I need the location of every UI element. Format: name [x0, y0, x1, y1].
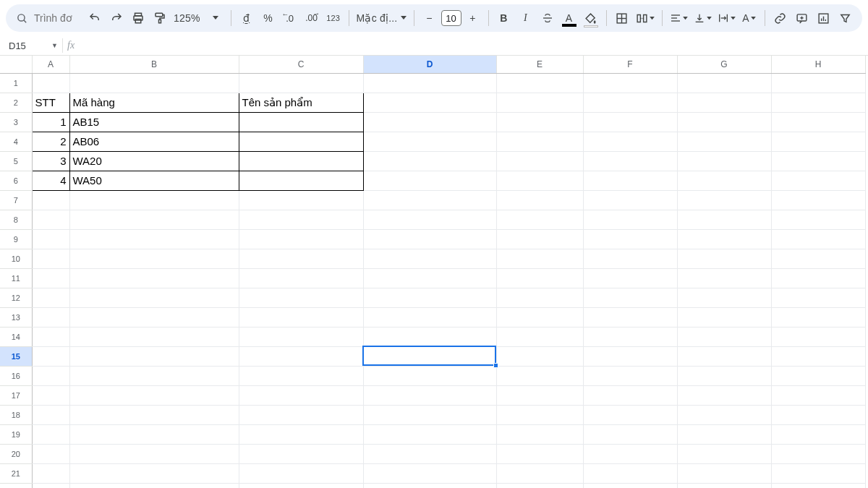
create-filter-button[interactable]	[835, 8, 856, 28]
cell-A15[interactable]	[32, 346, 69, 366]
cell-F12[interactable]	[583, 288, 677, 307]
cell-E1[interactable]	[496, 73, 583, 93]
cell-D21[interactable]	[363, 463, 496, 483]
cell-E4[interactable]	[496, 132, 583, 151]
cell-E3[interactable]	[496, 112, 583, 132]
cell-D3[interactable]	[363, 112, 496, 132]
cell-A13[interactable]	[32, 307, 69, 327]
redo-button[interactable]	[106, 8, 127, 28]
cell-G18[interactable]	[677, 405, 771, 424]
cell-G7[interactable]	[677, 190, 771, 210]
cell-D4[interactable]	[363, 132, 496, 151]
cell-G19[interactable]	[677, 424, 771, 444]
row-header-15[interactable]: 15	[0, 346, 32, 366]
cell-F19[interactable]	[583, 424, 677, 444]
cell-G14[interactable]	[677, 327, 771, 346]
cell-B10[interactable]	[69, 249, 239, 268]
vertical-align-button[interactable]	[692, 8, 714, 28]
cell-G20[interactable]	[677, 444, 771, 463]
row-header-2[interactable]: 2	[0, 93, 32, 112]
cell-H20[interactable]	[771, 444, 865, 463]
cell-B9[interactable]	[69, 229, 239, 249]
cell-F17[interactable]	[583, 385, 677, 405]
cell-C1[interactable]	[239, 73, 363, 93]
cell-B2[interactable]: Mã hàng	[69, 93, 239, 112]
cell-B5[interactable]: WA20	[69, 151, 239, 171]
cell-F6[interactable]	[583, 171, 677, 190]
cell-A1[interactable]	[32, 73, 69, 93]
cell-H3[interactable]	[771, 112, 865, 132]
cell-F3[interactable]	[583, 112, 677, 132]
strikethrough-button[interactable]	[537, 8, 558, 28]
cell-G13[interactable]	[677, 307, 771, 327]
column-header-H[interactable]: H	[771, 56, 865, 73]
cell-C9[interactable]	[239, 229, 363, 249]
cell-C6[interactable]	[239, 171, 363, 190]
cell-B6[interactable]: WA50	[69, 171, 239, 190]
cell-A12[interactable]	[32, 288, 69, 307]
cell-A14[interactable]	[32, 327, 69, 346]
cell-H15[interactable]	[771, 346, 865, 366]
italic-button[interactable]: I	[516, 8, 536, 28]
cell-H21[interactable]	[771, 463, 865, 483]
menu-search[interactable]	[12, 8, 83, 28]
cell-C7[interactable]	[239, 190, 363, 210]
font-family-dropdown[interactable]: Mặc đị...	[354, 8, 409, 28]
format-currency-button[interactable]: ₫	[237, 8, 257, 28]
cell-F4[interactable]	[583, 132, 677, 151]
cell-A22[interactable]	[32, 483, 69, 488]
cell-A3[interactable]: 1	[32, 112, 69, 132]
cell-E2[interactable]	[496, 93, 583, 112]
cell-G2[interactable]	[677, 93, 771, 112]
cell-D2[interactable]	[363, 93, 496, 112]
cell-H18[interactable]	[771, 405, 865, 424]
row-header-16[interactable]: 16	[0, 366, 32, 385]
cell-B4[interactable]: AB06	[69, 132, 239, 151]
row-header-5[interactable]: 5	[0, 151, 32, 171]
cell-D8[interactable]	[363, 210, 496, 229]
row-header-19[interactable]: 19	[0, 424, 32, 444]
cell-H12[interactable]	[771, 288, 865, 307]
cell-A4[interactable]: 2	[32, 132, 69, 151]
column-header-F[interactable]: F	[583, 56, 677, 73]
cell-E13[interactable]	[496, 307, 583, 327]
cell-D22[interactable]	[363, 483, 496, 488]
cell-B15[interactable]	[69, 346, 239, 366]
cell-E11[interactable]	[496, 268, 583, 288]
cell-C19[interactable]	[239, 424, 363, 444]
row-header-6[interactable]: 6	[0, 171, 32, 190]
formula-input[interactable]	[80, 40, 868, 52]
cell-E10[interactable]	[496, 249, 583, 268]
cell-A7[interactable]	[32, 190, 69, 210]
font-size-input[interactable]: 10	[441, 10, 461, 26]
insert-chart-button[interactable]	[814, 8, 834, 28]
cell-D7[interactable]	[363, 190, 496, 210]
cell-B17[interactable]	[69, 385, 239, 405]
cell-B11[interactable]	[69, 268, 239, 288]
cell-D16[interactable]	[363, 366, 496, 385]
cell-D15[interactable]	[363, 346, 496, 366]
cell-H19[interactable]	[771, 424, 865, 444]
cell-A10[interactable]	[32, 249, 69, 268]
cell-F21[interactable]	[583, 463, 677, 483]
cell-C15[interactable]	[239, 346, 363, 366]
cell-E17[interactable]	[496, 385, 583, 405]
cell-H16[interactable]	[771, 366, 865, 385]
fill-color-button[interactable]	[581, 8, 601, 28]
decrease-decimal-button[interactable]: .0←	[280, 8, 300, 28]
zoom-dropdown[interactable]: 125%	[171, 8, 203, 28]
row-header-18[interactable]: 18	[0, 405, 32, 424]
cell-B20[interactable]	[69, 444, 239, 463]
horizontal-align-button[interactable]	[668, 8, 690, 28]
cell-A6[interactable]: 4	[32, 171, 69, 190]
row-header-8[interactable]: 8	[0, 210, 32, 229]
cell-D10[interactable]	[363, 249, 496, 268]
cell-D19[interactable]	[363, 424, 496, 444]
name-box[interactable]: D15 ▼	[4, 40, 61, 51]
cell-C21[interactable]	[239, 463, 363, 483]
row-header-10[interactable]: 10	[0, 249, 32, 268]
cell-C16[interactable]	[239, 366, 363, 385]
cell-B14[interactable]	[69, 327, 239, 346]
cell-H5[interactable]	[771, 151, 865, 171]
cell-D13[interactable]	[363, 307, 496, 327]
